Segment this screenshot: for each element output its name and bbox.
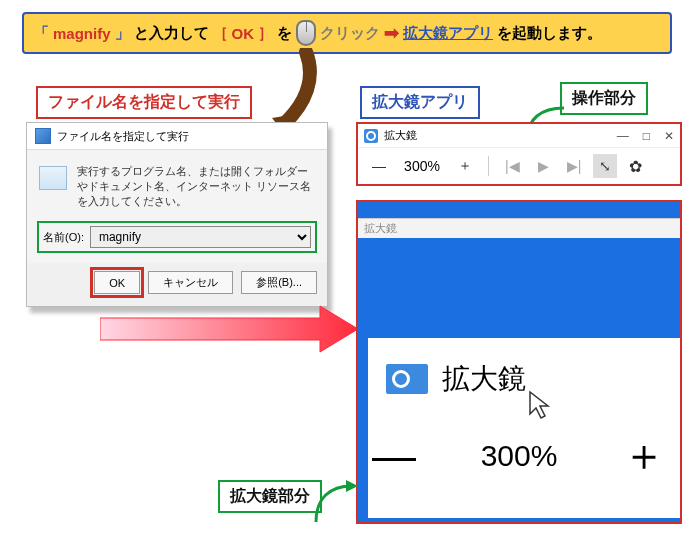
cancel-button[interactable]: キャンセル: [148, 271, 233, 294]
magnifier-titlebar: 拡大鏡 — □ ✕: [358, 124, 680, 148]
run-dialog-label-text: ファイル名を指定して実行: [48, 93, 240, 110]
window-close-button[interactable]: ✕: [664, 129, 674, 143]
magnifier-app-label-text: 拡大鏡アプリ: [372, 93, 468, 110]
zoom-blue-area: [358, 238, 682, 328]
settings-button[interactable]: ✿: [623, 155, 648, 178]
zoom-part-label: 拡大鏡部分: [218, 480, 322, 513]
ok-bracket-open: ［: [213, 24, 228, 43]
bracket-close: 」: [115, 24, 130, 43]
control-part-label: 操作部分: [560, 82, 648, 115]
run-dialog-label: ファイル名を指定して実行: [36, 86, 252, 119]
magnifier-title-text: 拡大鏡: [384, 128, 417, 143]
launch-text: を起動します。: [497, 24, 602, 43]
window-minimize-button[interactable]: —: [617, 129, 629, 143]
zoom-value: 300%: [398, 158, 446, 174]
zoom-in-big[interactable]: ＋: [622, 426, 666, 485]
run-dialog: ファイル名を指定して実行 実行するプログラム名、または開くフォルダーやドキュメン…: [26, 122, 328, 307]
ok-button[interactable]: OK: [94, 271, 140, 294]
run-name-input[interactable]: magnify: [90, 226, 311, 248]
run-buttons: OK キャンセル 参照(B)...: [27, 263, 327, 306]
magnifier-icon: [364, 129, 378, 143]
control-part-label-text: 操作部分: [572, 89, 636, 106]
run-name-label: 名前(O):: [43, 230, 84, 245]
zoom-value-big: 300%: [416, 439, 622, 473]
click-text: クリック: [320, 24, 380, 43]
wo-text: を: [277, 24, 292, 43]
separator: [488, 156, 489, 176]
cursor-icon: [528, 390, 554, 427]
zoom-in-button[interactable]: ＋: [452, 155, 478, 177]
zoom-part-label-text: 拡大鏡部分: [230, 487, 310, 504]
run-dialog-description: 実行するプログラム名、または開くフォルダーやドキュメント名、インターネット リソ…: [77, 164, 315, 209]
magnifier-controls: — 300% ＋ |◀ ▶ ▶| ⤡ ✿: [358, 148, 680, 184]
zoom-out-big[interactable]: —: [372, 431, 416, 481]
zoom-out-button[interactable]: —: [366, 156, 392, 176]
next-button[interactable]: ▶|: [561, 156, 588, 176]
zoom-titlebar: 拡大鏡: [358, 219, 682, 238]
prev-button[interactable]: |◀: [499, 156, 526, 176]
cursor-mode-button[interactable]: ⤡: [593, 154, 617, 178]
zoom-controls-big: — 300% ＋: [358, 426, 680, 485]
svg-marker-2: [100, 306, 358, 352]
play-button[interactable]: ▶: [532, 156, 555, 176]
arrow-icon: ➡: [384, 22, 399, 44]
instruction-bar: 「 magnify 」 と入力して ［ OK ］ を クリック ➡ 拡大鏡アプリ…: [22, 12, 672, 54]
window-maximize-button[interactable]: □: [643, 129, 650, 143]
ok-text: OK: [232, 25, 255, 42]
app-link-text: 拡大鏡アプリ: [403, 24, 493, 43]
run-dialog-titlebar: ファイル名を指定して実行: [27, 123, 327, 150]
zoom-app-title: 拡大鏡: [442, 360, 526, 398]
run-dialog-body: 実行するプログラム名、または開くフォルダーやドキュメント名、インターネット リソ…: [27, 150, 327, 217]
mouse-icon: [296, 20, 316, 46]
magnifier-big-icon: [386, 364, 428, 394]
flow-arrow-icon: [100, 304, 360, 354]
run-dialog-title-text: ファイル名を指定して実行: [57, 129, 189, 144]
run-input-row: 名前(O): magnify: [37, 221, 317, 253]
run-icon: [35, 128, 51, 144]
run-body-icon: [39, 166, 67, 190]
magnifier-app-label: 拡大鏡アプリ: [360, 86, 480, 119]
magnifier-toolbar: 拡大鏡 — □ ✕ — 300% ＋ |◀ ▶ ▶| ⤡ ✿: [356, 122, 682, 186]
ok-bracket-close: ］: [258, 24, 273, 43]
type-text: と入力して: [134, 24, 209, 43]
bracket-open: 「: [34, 24, 49, 43]
magnifier-zoom-area: 拡大鏡 拡大鏡 — 300% ＋: [356, 200, 682, 524]
command-text: magnify: [53, 25, 111, 42]
browse-button[interactable]: 参照(B)...: [241, 271, 317, 294]
